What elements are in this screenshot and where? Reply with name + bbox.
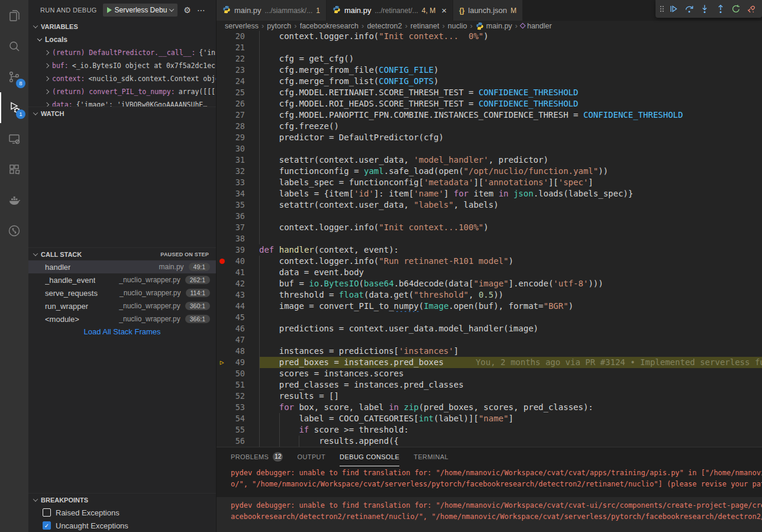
code-line[interactable]: 27 cfg.MODEL.PANOPTIC_FPN.COMBINE.INSTAN… xyxy=(217,109,762,121)
code-line[interactable]: 21 xyxy=(217,42,762,53)
code-line[interactable]: 56 results.append({ xyxy=(217,436,762,447)
variable-row[interactable]: (return) DefaultPredictor.__call__: {'in… xyxy=(28,46,216,59)
code-line[interactable]: 52 results = [] xyxy=(217,391,762,402)
debug-config-dropdown[interactable]: Serverless Debu xyxy=(103,4,178,17)
gutter[interactable]: 45 xyxy=(217,312,259,323)
gutter[interactable]: 52 xyxy=(217,391,259,402)
breadcrumb-item-detectron2[interactable]: detectron2 xyxy=(367,22,402,30)
docker-icon[interactable] xyxy=(0,185,28,215)
breakpoint-icon[interactable] xyxy=(219,259,225,264)
code-line[interactable]: 55 if score >= threshold: xyxy=(217,424,762,436)
continue-button[interactable] xyxy=(667,2,680,16)
code-line[interactable]: 29 predictor = DefaultPredictor(cfg) xyxy=(217,132,762,143)
step-into-button[interactable] xyxy=(698,2,711,16)
gutter[interactable]: 35 xyxy=(217,199,259,211)
panel-tab-problems[interactable]: PROBLEMS12 xyxy=(231,447,283,466)
panel-tab-terminal[interactable]: TERMINAL xyxy=(414,447,448,466)
gutter[interactable]: 47 xyxy=(217,334,259,346)
gutter[interactable]: 34 xyxy=(217,188,259,199)
code-line[interactable]: 37 context.logger.info("Init context...1… xyxy=(217,222,762,233)
restart-button[interactable] xyxy=(729,2,742,16)
load-all-stack-frames-link[interactable]: Load All Stack Frames xyxy=(28,325,216,338)
remote-explorer-icon[interactable] xyxy=(0,123,28,154)
variable-row[interactable]: data: {'image': 'iVBORw0KGgoAAAANSUhE… xyxy=(28,98,216,107)
gutter[interactable]: 26 xyxy=(217,98,259,109)
gutter[interactable]: 54 xyxy=(217,413,259,424)
breadcrumb-item-main-py[interactable]: main.py xyxy=(476,22,512,30)
gutter[interactable]: 36 xyxy=(217,211,259,222)
stack-frame[interactable]: handlermain.py49:1 xyxy=(28,260,216,273)
panel-tab-output[interactable]: OUTPUT xyxy=(297,447,325,466)
code-line[interactable]: 40 context.logger.info("Run retinanet-R1… xyxy=(217,256,762,267)
locals-scope[interactable]: Locals xyxy=(28,33,216,46)
console-line[interactable]: pydev debugger: unable to find translati… xyxy=(217,500,762,511)
code-line[interactable]: 47 xyxy=(217,334,762,346)
code-line[interactable]: 25 cfg.MODEL.RETINANET.SCORE_THRESH_TEST… xyxy=(217,87,762,98)
gutter[interactable]: 29 xyxy=(217,132,259,143)
code-line[interactable]: 28 cfg.freeze() xyxy=(217,121,762,132)
breadcrumb-item-nuclio[interactable]: nuclio xyxy=(448,22,467,30)
tab-main-py[interactable]: main.py.../siammask/...1 xyxy=(217,0,327,21)
gutter[interactable]: 40 xyxy=(217,256,259,267)
code-line[interactable]: 48 instances = predictions['instances'] xyxy=(217,346,762,357)
gutter[interactable]: 53 xyxy=(217,402,259,413)
git-graph-icon[interactable] xyxy=(0,215,28,246)
close-icon[interactable]: × xyxy=(441,6,447,15)
tab-launch-json[interactable]: {}launch.jsonM xyxy=(453,0,523,21)
gutter[interactable]: 55 xyxy=(217,424,259,436)
code-line[interactable]: 39def handler(context, event): xyxy=(217,244,762,256)
start-debug-icon[interactable] xyxy=(107,7,112,13)
gutter[interactable]: 51 xyxy=(217,379,259,391)
gear-icon[interactable]: ⚙ xyxy=(183,5,191,15)
watch-section-header[interactable]: WATCH xyxy=(28,107,216,120)
gutter[interactable]: 24 xyxy=(217,76,259,87)
panel-tab-debug-console[interactable]: DEBUG CONSOLE xyxy=(340,447,399,466)
source-control-icon[interactable]: 8 xyxy=(0,62,28,92)
code-line[interactable]: 24 cfg.merge_from_list(CONFIG_OPTS) xyxy=(217,76,762,87)
code-line[interactable]: 46 predictions = context.user_data.model… xyxy=(217,323,762,334)
code-line[interactable]: 44 image = convert_PIL_to_numpy(Image.op… xyxy=(217,301,762,312)
stack-frame[interactable]: serve_requests_nuclio_wrapper.py114:1 xyxy=(28,286,216,299)
gutter[interactable]: 37 xyxy=(217,222,259,233)
code-line[interactable]: 43 threshold = float(data.get("threshold… xyxy=(217,289,762,301)
gutter[interactable]: 20 xyxy=(217,31,259,42)
more-actions-icon[interactable]: ⋯ xyxy=(197,5,206,15)
gutter[interactable]: 46 xyxy=(217,323,259,334)
drag-grip-icon[interactable] xyxy=(659,4,665,14)
gutter[interactable]: 50 xyxy=(217,368,259,379)
code-line[interactable]: 41 data = event.body xyxy=(217,267,762,278)
breadcrumb-item-retinanet[interactable]: retinanet xyxy=(411,22,440,30)
breakpoint-row[interactable]: ✓Uncaught Exceptions xyxy=(28,519,216,532)
gutter[interactable]: 43 xyxy=(217,289,259,301)
gutter[interactable]: 38 xyxy=(217,233,259,244)
code-line[interactable]: 54 label = COCO_CATEGORIES[int(label)]["… xyxy=(217,413,762,424)
console-line[interactable]: acebookresearch/detectron2/retinanet/nuc… xyxy=(217,511,762,523)
gutter[interactable]: ▷49 xyxy=(217,357,259,368)
breadcrumb-item-pytorch[interactable]: pytorch xyxy=(267,22,291,30)
gutter[interactable]: 42 xyxy=(217,278,259,289)
extensions-icon[interactable] xyxy=(0,154,28,185)
gutter[interactable]: 30 xyxy=(217,143,259,154)
run-and-debug-icon[interactable]: 1 xyxy=(0,92,28,123)
code-line[interactable]: 53 for box, score, label in zip(pred_box… xyxy=(217,402,762,413)
gutter[interactable]: 41 xyxy=(217,267,259,278)
code-line[interactable]: 38 xyxy=(217,233,762,244)
code-line[interactable]: 26 cfg.MODEL.ROI_HEADS.SCORE_THRESH_TEST… xyxy=(217,98,762,109)
variable-row[interactable]: buf: <_io.BytesIO object at 0x7f5a2dc1ec… xyxy=(28,59,216,72)
console-line[interactable]: o/", "/home/nmanovic/Workspace/cvat/serv… xyxy=(217,479,762,490)
gutter[interactable]: 44 xyxy=(217,301,259,312)
gutter[interactable]: 39 xyxy=(217,244,259,256)
search-icon[interactable] xyxy=(0,31,28,62)
disconnect-button[interactable] xyxy=(745,2,758,16)
breakpoints-section-header[interactable]: BREAKPOINTS xyxy=(28,493,216,506)
step-out-button[interactable] xyxy=(713,2,727,16)
glyph-margin[interactable]: ▷ xyxy=(217,357,227,368)
stack-frame[interactable]: run_wrapper_nuclio_wrapper.py360:1 xyxy=(28,299,216,312)
gutter[interactable]: 48 xyxy=(217,346,259,357)
code-line[interactable]: 35 setattr(context.user_data, "labels", … xyxy=(217,199,762,211)
breakpoint-row[interactable]: Raised Exceptions xyxy=(28,506,216,519)
code-line[interactable]: 32 functionconfig = yaml.safe_load(open(… xyxy=(217,166,762,177)
variable-row[interactable]: (return) convert_PIL_to_numpy: array([[[… xyxy=(28,85,216,98)
gutter[interactable]: 22 xyxy=(217,53,259,65)
code-line[interactable]: 42 buf = io.BytesIO(base64.b64decode(dat… xyxy=(217,278,762,289)
